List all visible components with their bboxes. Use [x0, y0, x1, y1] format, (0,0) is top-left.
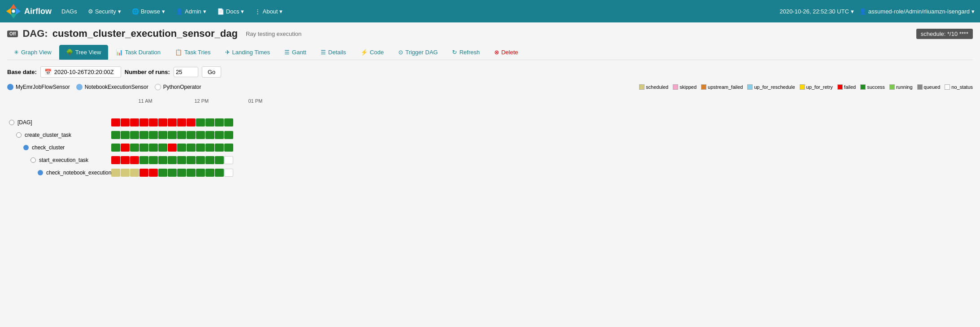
run-cell[interactable] [177, 144, 186, 152]
run-cell[interactable] [177, 156, 186, 164]
run-cell[interactable] [187, 131, 196, 139]
tab-task-duration[interactable]: 📊 Task Duration [109, 45, 167, 60]
tab-trigger-dag[interactable]: ⊙ Trigger DAG [392, 45, 444, 60]
run-cell[interactable] [158, 144, 167, 152]
run-cell[interactable] [187, 169, 196, 177]
run-cell[interactable] [168, 156, 177, 164]
run-cell[interactable] [121, 118, 130, 126]
run-cell[interactable] [158, 156, 167, 164]
run-cell[interactable] [187, 144, 196, 152]
run-cell[interactable] [196, 144, 205, 152]
run-cell[interactable] [121, 156, 130, 164]
tab-details[interactable]: ☰ Details [314, 45, 353, 60]
run-cell[interactable] [177, 169, 186, 177]
tab-task-tries[interactable]: 📋 Task Tries [168, 45, 218, 60]
run-cell[interactable] [158, 118, 167, 126]
run-cell[interactable] [111, 156, 120, 164]
run-cell[interactable] [168, 131, 177, 139]
run-cell[interactable] [215, 169, 224, 177]
run-cell[interactable] [130, 169, 139, 177]
run-cell[interactable] [205, 144, 214, 152]
run-cell[interactable] [158, 169, 167, 177]
run-cell[interactable] [130, 131, 139, 139]
run-cell[interactable] [196, 118, 205, 126]
run-cell[interactable] [168, 118, 177, 126]
run-cell[interactable] [168, 144, 177, 152]
run-cell[interactable] [149, 118, 158, 126]
tab-graph-view[interactable]: ✳ Graph View [7, 45, 58, 60]
tab-tree-view[interactable]: 🌳 Tree View [59, 45, 108, 60]
run-cell[interactable] [205, 131, 214, 139]
run-cell[interactable] [168, 169, 177, 177]
graph-view-icon: ✳ [14, 49, 19, 56]
run-cell[interactable] [139, 169, 148, 177]
dag-toggle-button[interactable]: Off [7, 31, 18, 37]
run-cell[interactable] [149, 169, 158, 177]
run-cell[interactable] [215, 131, 224, 139]
run-cell[interactable] [205, 156, 214, 164]
tree-node-start-execution[interactable]: start_execution_task [7, 154, 111, 166]
tab-delete[interactable]: ⊗ Delete [488, 45, 525, 60]
run-cell[interactable] [149, 144, 158, 152]
nav-admin[interactable]: 👤 Admin ▾ [171, 4, 211, 18]
run-cell[interactable] [149, 156, 158, 164]
run-cell[interactable] [111, 169, 120, 177]
base-date-label: Base date: [7, 69, 37, 75]
run-cell[interactable] [139, 156, 148, 164]
go-button[interactable]: Go [202, 66, 221, 78]
run-cell[interactable] [187, 118, 196, 126]
nav-dags[interactable]: DAGs [57, 4, 82, 18]
run-cell[interactable] [215, 144, 224, 152]
nav-security[interactable]: ⚙ Security ▾ [83, 4, 126, 18]
datetime-display[interactable]: 2020-10-26, 22:52:30 UTC ▾ [780, 8, 854, 15]
run-cell[interactable] [224, 118, 233, 126]
run-cell[interactable] [196, 169, 205, 177]
nav-docs[interactable]: 📄 Docs ▾ [213, 4, 249, 18]
run-cell[interactable] [224, 156, 233, 164]
run-cell[interactable] [215, 156, 224, 164]
run-cell[interactable] [177, 131, 186, 139]
run-cell[interactable] [139, 131, 148, 139]
task-tries-icon: 📋 [175, 49, 182, 56]
tree-node-check-cluster[interactable]: check_cluster [7, 141, 111, 154]
tab-code[interactable]: ⚡ Code [354, 45, 391, 60]
tree-node-check-notebook[interactable]: check_notebook_execution [7, 166, 111, 179]
tab-gantt[interactable]: ☰ Gantt [278, 45, 313, 60]
run-cell[interactable] [121, 144, 130, 152]
run-cell[interactable] [187, 156, 196, 164]
tab-refresh[interactable]: ↻ Refresh [445, 45, 487, 60]
run-cell[interactable] [149, 131, 158, 139]
run-cell[interactable] [139, 118, 148, 126]
logo[interactable]: Airflow [5, 3, 52, 19]
run-cell[interactable] [130, 144, 139, 152]
nav-about[interactable]: ⋮ About ▾ [250, 4, 287, 18]
run-cell[interactable] [224, 169, 233, 177]
tab-landing-times[interactable]: ✈ Landing Times [218, 45, 277, 60]
notebook-label: NotebookExecutionSensor [85, 84, 148, 90]
run-cell[interactable] [111, 144, 120, 152]
run-cell[interactable] [224, 144, 233, 152]
tree-node-create-cluster[interactable]: create_cluster_task [7, 129, 111, 141]
run-cell[interactable] [111, 131, 120, 139]
run-cell[interactable] [121, 131, 130, 139]
run-cell[interactable] [196, 156, 205, 164]
num-runs-input[interactable] [174, 67, 198, 77]
run-cell[interactable] [205, 118, 214, 126]
run-cell[interactable] [130, 156, 139, 164]
run-cell[interactable] [177, 118, 186, 126]
run-cell[interactable] [158, 131, 167, 139]
run-cell[interactable] [196, 131, 205, 139]
run-cell[interactable] [121, 169, 130, 177]
dag-name: custom_cluster_execution_sensor_dag [52, 28, 238, 39]
tree-node-dag-root[interactable]: [DAG] [7, 116, 111, 129]
run-cell[interactable] [205, 169, 214, 177]
user-display[interactable]: 👤 assumed-role/Admin/rliuamzn-lsengard ▾ [859, 8, 975, 15]
run-cell[interactable] [130, 118, 139, 126]
run-cell[interactable] [215, 118, 224, 126]
run-cell[interactable] [224, 131, 233, 139]
nav-browse[interactable]: 🌐 Browse ▾ [127, 4, 170, 18]
run-cell[interactable] [111, 118, 120, 126]
run-cell[interactable] [139, 144, 148, 152]
base-date-input[interactable] [54, 69, 117, 75]
legend-status-upstream-failed: upstream_failed [701, 84, 743, 90]
